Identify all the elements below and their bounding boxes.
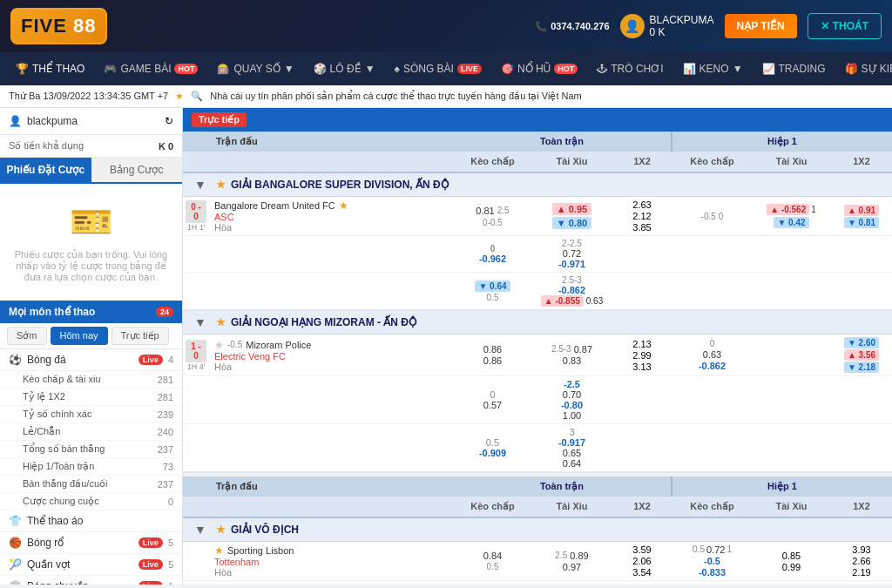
- nav-lode[interactable]: 🎲 LÔ ĐỀ ▼: [305, 57, 384, 80]
- filter-som[interactable]: Sớm: [7, 327, 47, 345]
- tyso-label: Tỷ số chính xác: [23, 409, 91, 420]
- thoat-label: THOÁT: [833, 20, 868, 32]
- keo-label: Kèo chấp & tài xiu: [23, 374, 101, 385]
- sport-item-theao[interactable]: 👕 Thể thao áo: [0, 510, 182, 532]
- bangalore-tt-1x2[interactable]: 2.63 2.12 3.85: [612, 197, 672, 235]
- nav-gamebai[interactable]: 🎮 GAME BÀI HOT: [95, 57, 206, 80]
- bangalore-r3-line: 2.5-3: [535, 275, 609, 285]
- sport-sub-tyle[interactable]: Tỷ lệ 1X2 281: [0, 389, 182, 406]
- bet-empty-icon: 🎫: [70, 201, 113, 242]
- sport-item-quanvot[interactable]: 🎾 Quần vợt Live 5: [0, 554, 182, 576]
- mizoram-tt-keo[interactable]: 0.86 0.86: [453, 341, 532, 368]
- nav-quayso[interactable]: 🎰 QUAY SỐ ▼: [208, 57, 302, 80]
- mizoram-h1-1x2[interactable]: ▼ 2.60 ▲ 3.56 ▼ 2.18: [831, 335, 892, 375]
- thoat-button[interactable]: ✕ THOÁT: [808, 13, 882, 39]
- col-hiep1: Hiệp 1: [672, 132, 892, 152]
- nav-keno[interactable]: 📊 KENO ▼: [674, 57, 752, 80]
- bangalore-team2: ASC: [214, 212, 448, 222]
- nav-trochoi[interactable]: 🕹 TRÒ CHƠI: [588, 57, 672, 80]
- vodich-h1-taixiu[interactable]: 0.85 0.99: [752, 548, 831, 575]
- col-sub-header: Kèo chấp Tài Xiu 1X2 Kèo chấp Tài Xiu 1X…: [183, 152, 892, 173]
- bangalore-r2-tai: 0.72: [535, 248, 609, 259]
- mizoram-row3: 0.5 -0.909 3 -0.917 0.65 0.64: [183, 424, 892, 473]
- bangalore-keo-line: 2.5: [497, 206, 510, 215]
- vodich-line: 2.5: [555, 551, 567, 561]
- bangalore-tai: ▲ 0.95: [552, 203, 591, 215]
- mizoram-r2-taixiu[interactable]: -2.5 0.70 -0.80 1.00: [532, 376, 612, 423]
- sport-sub-lechan[interactable]: Lẻ/Chẵn 240: [0, 423, 182, 441]
- bangalore-r3-xiu-base: 0.5: [487, 293, 499, 302]
- filter-homnay[interactable]: Hôm nay: [51, 327, 108, 345]
- vodich-tt-1x2[interactable]: 3.59 2.06 3.54: [612, 542, 672, 580]
- nav-thethao[interactable]: 🏆 THỂ THAO: [7, 57, 93, 80]
- sport-item-bongda[interactable]: ⚽ Bóng đá Live 4: [0, 349, 182, 371]
- bangalore-h1-taixiu[interactable]: ▲ -0.562 1 ▼ 0.42: [752, 201, 831, 231]
- sidebar-user-icon: 👤: [9, 115, 22, 127]
- col-toantran: Toàn trận: [453, 132, 672, 152]
- mizoram-h1-taixiu[interactable]: [752, 353, 831, 358]
- thethao-icon: 🏆: [16, 63, 29, 75]
- naptien-button[interactable]: NẠP TIỀN: [725, 14, 797, 38]
- mizoram-r2-keo[interactable]: 0 0.57: [453, 387, 532, 413]
- bongchuyen-count: 1: [168, 581, 173, 585]
- gamebai-hot-badge: HOT: [174, 64, 198, 74]
- vodich-h1-1x2[interactable]: 3.93 2.66 2.19: [831, 542, 892, 580]
- mizoram-r2-base: 0: [456, 389, 530, 400]
- sport-sub-tyso[interactable]: Tỷ số chính xác 239: [0, 406, 182, 423]
- vodich-keo1: 0.84: [483, 551, 502, 561]
- mizoram-r3-taixiu[interactable]: 3 -0.917 0.65 0.64: [532, 424, 612, 471]
- tab-bang[interactable]: Bảng Cược: [91, 158, 183, 182]
- bangalore-h1-1x2[interactable]: ▲ 0.91 ▼ 0.81: [831, 202, 892, 231]
- logo-88: 88: [73, 15, 96, 37]
- refresh-icon[interactable]: ↻: [165, 115, 173, 127]
- vodich-r2-taixiu[interactable]: 2 0.43 0.51 -0.526: [532, 581, 612, 585]
- bangalore-h1-keo[interactable]: -0.5 0: [672, 209, 752, 224]
- sport-sub-cuoc[interactable]: Cược chung cuộc 0: [0, 493, 182, 510]
- bangalore-tt-keo[interactable]: 0.81 2.5 0-0.5: [453, 203, 532, 230]
- collapse-vodich[interactable]: ▼: [190, 523, 216, 537]
- star-vodich: ★: [216, 524, 226, 536]
- collapse-mizoram[interactable]: ▼: [190, 315, 216, 329]
- nav-nohu[interactable]: 🎯 NỔ HŨ HOT: [492, 57, 586, 80]
- sport-filter: Sớm Hôm nay Trực tiếp: [0, 323, 182, 349]
- mizoram-r2-line: -2.5: [535, 379, 609, 389]
- username-display: BLACKPUMA: [650, 14, 714, 26]
- mizoram-r2-keo-val: 0.57: [456, 400, 530, 410]
- sport-item-bongchuyen[interactable]: 🏐 Bóng chuyền Live 1: [0, 576, 182, 585]
- sport-sub-keo[interactable]: Kèo chấp & tài xiu 281: [0, 371, 182, 389]
- bangalore-r2-keo[interactable]: 0 -0.962: [453, 241, 532, 267]
- vodich-row1: ★ Sporting Lisbon Tottenham Hòa 0.84 0.5…: [183, 542, 892, 581]
- mizoram-tt-1x2[interactable]: 2.13 2.99 3.13: [612, 336, 672, 375]
- mizoram-team2: Electric Veng FC: [214, 351, 448, 362]
- filter-tructiep[interactable]: Trực tiếp: [112, 327, 169, 345]
- cuoc-label: Cược chung cuộc: [23, 496, 99, 507]
- bangalore-tt-taixiu[interactable]: ▲ 0.95 ▼ 0.80: [532, 200, 612, 232]
- mizoram-r3-keo[interactable]: 0.5 -0.909: [453, 435, 532, 461]
- nav-songbai[interactable]: ♠ SÒNG BÀI LIVE: [386, 57, 490, 80]
- mizoram-r3-base: 0.5: [456, 437, 530, 448]
- vodich-tt-keo[interactable]: 0.84 0.5: [453, 548, 532, 574]
- mizoram-tt-taixiu[interactable]: 2.5-3 0.87 0.83: [532, 341, 612, 368]
- sport-sub-hiep1[interactable]: Hiệp 1/Toàn trận 73: [0, 458, 182, 476]
- mizoram-row2: 0 0.57 -2.5 0.70 -0.80 1.00: [183, 376, 892, 424]
- tong-count: 237: [158, 444, 173, 455]
- nav-sukien[interactable]: 🎁 SỰ KIỆN NEW ▼: [836, 57, 892, 80]
- sub-keochap: Kèo chấp: [453, 152, 532, 172]
- tab-phieu[interactable]: Phiếu Đặt Cược: [0, 158, 91, 182]
- search-icon[interactable]: 🔍: [191, 91, 203, 102]
- bangalore-r3-taixiu[interactable]: 2.5-3 -0.862 ▲ -0.855 0.63: [532, 273, 612, 309]
- sport-item-bongro[interactable]: 🏀 Bóng rổ Live 5: [0, 532, 182, 554]
- tyso-count: 239: [158, 409, 173, 420]
- collapse-bangalore[interactable]: ▼: [190, 178, 216, 192]
- bangalore-r2-taixiu[interactable]: 2-2.5 0.72 -0.971: [532, 236, 612, 272]
- theao-name: Thể thao áo: [27, 515, 173, 527]
- lechan-label: Lẻ/Chẵn: [23, 426, 60, 437]
- nav-trading[interactable]: 📈 TRADING: [753, 57, 835, 80]
- vodich-tt-taixiu[interactable]: 2.5 0.89 0.97: [532, 548, 612, 575]
- bangalore-r3-keo[interactable]: ▼ 0.64 0.5: [453, 278, 532, 305]
- vodich-h1-keo[interactable]: 0.5 0.72 1 -0.5 -0.833: [672, 542, 752, 580]
- live-indicator: Trực tiếp: [192, 112, 247, 127]
- sport-sub-tong[interactable]: Tổng số bàn thắng 237: [0, 441, 182, 458]
- sport-sub-ban[interactable]: Bàn thắng đầu/cuối 237: [0, 476, 182, 493]
- mizoram-h1-keo[interactable]: 0 0.63 -0.862: [672, 336, 752, 374]
